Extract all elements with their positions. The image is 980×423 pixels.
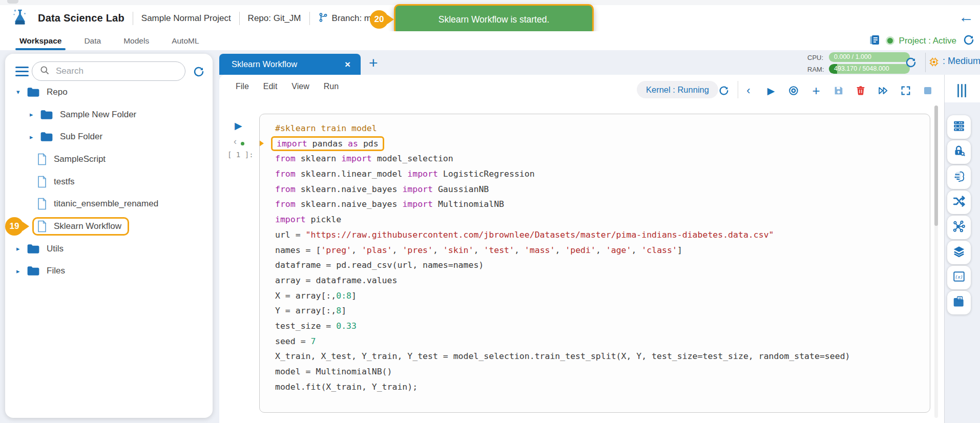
code-window-button[interactable]: (x) [947, 266, 971, 289]
tab-data[interactable]: Data [84, 31, 101, 50]
chevron-left-button[interactable]: ‹ [740, 82, 757, 99]
restart-kernel-button[interactable] [785, 82, 802, 99]
layers-button[interactable] [947, 241, 971, 264]
tree-folder-files[interactable]: ▸Files [5, 260, 213, 283]
notebook-tab[interactable]: Sklearn Workflow × [219, 54, 361, 75]
layers-icon [952, 245, 966, 260]
cpu-value: 0.000 / 1.000 [834, 52, 871, 62]
menu-file[interactable]: File [236, 82, 249, 91]
tree-item-label: Sub Folder [60, 132, 102, 142]
code-line[interactable]: dataframe = pd.read_csv(url, names=names… [275, 258, 925, 273]
add-cell-button[interactable]: + [807, 82, 825, 99]
file-icon [37, 176, 47, 188]
close-tab-icon[interactable]: × [345, 59, 350, 70]
code-window-icon: (x) [952, 270, 966, 285]
nav-tabs: Workspace Data Models AutoML [0, 31, 980, 50]
caret-right-icon[interactable]: ▸ [16, 267, 27, 275]
code-line[interactable]: url = "https://raw.githubusercontent.com… [275, 227, 925, 243]
code-line[interactable]: seed = 7 [275, 334, 925, 349]
run-all-button[interactable] [874, 82, 892, 99]
menu-run[interactable]: Run [324, 82, 339, 91]
code-line[interactable]: from sklearn.naive_bayes import Multinom… [275, 197, 925, 212]
tab-models[interactable]: Models [123, 31, 149, 50]
tree-folder-repo[interactable]: ▾Repo [5, 81, 213, 103]
nav-right-cluster: Project : Active [869, 31, 975, 50]
caret-right-icon[interactable]: ▸ [30, 133, 40, 141]
tree-folder-sample-new-folder[interactable]: ▸Sample New Folder [5, 103, 213, 126]
shuffle-icon [952, 195, 966, 210]
code-line[interactable]: test_size = 0.33 [275, 319, 925, 334]
logs-icon[interactable] [869, 34, 881, 48]
caret-right-icon[interactable]: ▸ [16, 245, 27, 252]
code-line[interactable]: names = ['preg', 'plas', 'pres', 'skin',… [275, 243, 925, 258]
code-cell[interactable]: #sklearn train modelimport pandas as pds… [259, 114, 930, 413]
cpu-chip-icon [928, 56, 940, 70]
code-line[interactable]: from sklearn.linear_model import Logisti… [275, 166, 925, 182]
code-line[interactable]: X = array[:,0:8] [275, 288, 925, 304]
code-line[interactable]: X_train, X_test, Y_train, Y_test = model… [275, 349, 925, 364]
toast-notification: Sklearn Workflow is started. 20 [394, 4, 594, 35]
highlight-outline: import pandas as pds21 [271, 136, 384, 151]
tab-automl[interactable]: AutoML [172, 31, 199, 50]
hamburger-menu-icon[interactable] [15, 67, 29, 76]
network-button[interactable] [947, 216, 971, 239]
lock-key-button[interactable] [947, 140, 971, 164]
fullscreen-button[interactable] [897, 82, 914, 99]
code-line[interactable]: Y = array[:,8] [275, 303, 925, 319]
code-line[interactable]: model.fit(X_train, Y_train); [275, 379, 925, 395]
tree-item-label: testfs [54, 177, 75, 187]
git-branch-icon [318, 12, 328, 25]
code-line[interactable]: from sklearn.naive_bayes import Gaussian… [275, 182, 925, 197]
server-button[interactable] [947, 115, 971, 139]
file-manager-icon [952, 295, 966, 310]
sidebar-panel: ▾Repo▸Sample New Folder▸Sub FolderSample… [5, 54, 213, 418]
tree-file-testfs[interactable]: testfs [5, 171, 213, 193]
caret-right-icon[interactable]: ▸ [30, 111, 40, 118]
kernel-status-badge[interactable]: Kernel : Running [637, 81, 718, 98]
tree-file-titanic-ensemble-renamed[interactable]: titanic_ensemble_renamed [5, 193, 213, 215]
code-line[interactable]: model = MultinomialNB() [275, 364, 925, 379]
code-line[interactable]: from sklearn import model_selection [275, 151, 925, 166]
add-tab-button[interactable]: + [369, 55, 378, 71]
code-line[interactable]: import pickle [275, 212, 925, 227]
tree-item-label: Utils [47, 244, 64, 254]
tree-file-sklearn-workflow[interactable]: Sklearn Workflow19 [5, 215, 213, 238]
search-box[interactable] [32, 61, 185, 81]
code-line[interactable]: array = dataframe.values [275, 273, 925, 288]
scrollbar-thumb[interactable] [934, 105, 938, 226]
delete-cell-button[interactable] [852, 82, 869, 99]
run-this-cell-icon[interactable]: ▶ [235, 120, 242, 132]
toolbar-divider [738, 81, 738, 98]
file-manager-button[interactable] [947, 291, 971, 314]
folder-icon [40, 131, 53, 142]
search-input[interactable] [55, 66, 164, 77]
cell-status-dot [241, 142, 244, 145]
cpu-label: CPU: [807, 54, 823, 61]
window-mini-tab [7, 0, 18, 4]
menu-edit[interactable]: Edit [263, 82, 278, 91]
ml-brain-button[interactable] [947, 165, 971, 189]
tree-folder-utils[interactable]: ▸Utils [5, 238, 213, 260]
refresh-project-icon[interactable] [963, 34, 975, 48]
tree-folder-sub-folder[interactable]: ▸Sub Folder [5, 125, 213, 148]
back-arrow-button[interactable]: ← [958, 9, 974, 25]
refresh-resources-icon[interactable] [905, 56, 917, 71]
menu-view[interactable]: View [291, 82, 309, 91]
column-layout-button[interactable] [953, 82, 970, 99]
save-notebook-button[interactable] [830, 82, 847, 99]
refresh-tree-icon[interactable] [193, 66, 205, 80]
tab-workspace[interactable]: Workspace [19, 31, 61, 50]
highlight-outline: Sklearn Workflow19 [32, 217, 129, 236]
server-icon [952, 119, 966, 135]
code-line[interactable]: import pandas as pds21 [275, 136, 925, 152]
cpu-usage-bar: 0.000 / 1.000 [829, 52, 910, 62]
stop-kernel-button[interactable] [919, 82, 936, 99]
collapse-cell-icon[interactable]: ‹ [234, 136, 237, 147]
refresh-kernel-button[interactable] [715, 82, 733, 99]
tree-file-samplescript[interactable]: SampleScript [5, 148, 213, 171]
shuffle-button[interactable] [947, 191, 971, 214]
run-cell-button[interactable]: ▶ [762, 82, 780, 99]
app-logo-icon [10, 7, 30, 30]
code-line[interactable]: #sklearn train model [275, 121, 925, 136]
caret-down-icon[interactable]: ▾ [16, 88, 27, 96]
